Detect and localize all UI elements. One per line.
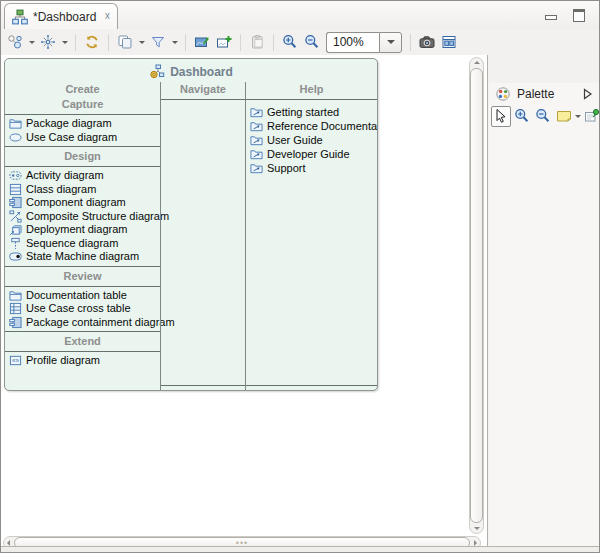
- palette-header[interactable]: Palette: [489, 83, 599, 105]
- diagram-canvas[interactable]: Dashboard Create CapturePackage diagramU…: [1, 55, 488, 547]
- dashboard-panel-title: Dashboard: [5, 59, 377, 82]
- help-folder-icon: [250, 120, 263, 133]
- dashboard-link-profile-diagram[interactable]: «»Profile diagram: [5, 354, 160, 368]
- dashboard-link-package-diagram[interactable]: Package diagram: [5, 117, 160, 131]
- dashboard-link-deployment-diagram[interactable]: Deployment diagram: [5, 223, 160, 237]
- dashboard-link-documentation-table[interactable]: Documentation table: [5, 289, 160, 303]
- camera-button[interactable]: [416, 31, 438, 53]
- zoom-level-value[interactable]: 100%: [326, 32, 379, 53]
- dashboard-link-user-guide[interactable]: User Guide: [246, 134, 377, 148]
- layout-graph-dropdown[interactable]: [59, 31, 70, 53]
- maximize-view-button[interactable]: [573, 9, 585, 22]
- editor-tab-bar: *Dashboard ☓: [1, 1, 599, 29]
- palette-toolbar: [489, 105, 599, 127]
- minimize-view-button[interactable]: [545, 15, 557, 20]
- dashboard-link-package-containment-diagram[interactable]: Package containment diagram: [5, 316, 160, 330]
- profile-diagram-icon: «»: [9, 354, 22, 367]
- zoom-out-icon: [304, 34, 320, 50]
- dashboard-title-text: Dashboard: [170, 65, 233, 79]
- note-tool[interactable]: [554, 106, 574, 127]
- vertical-scrollbar[interactable]: [469, 57, 484, 534]
- state-machine-diagram-icon: [9, 250, 22, 263]
- sync-model-button[interactable]: [81, 31, 103, 53]
- model-tree-icon: [12, 9, 28, 25]
- vertical-scrollbar-thumb[interactable]: [470, 68, 483, 523]
- section-header-capture: Capture: [5, 97, 160, 112]
- dashboard-link-use-case-diagram[interactable]: Use Case diagram: [5, 131, 160, 145]
- divider: [5, 146, 160, 147]
- dashboard-link-class-diagram[interactable]: Class diagram: [5, 183, 160, 197]
- copy-appearance-button[interactable]: [114, 31, 136, 53]
- scroll-down-arrow-icon[interactable]: [474, 527, 480, 530]
- toolbar-separator: [273, 34, 274, 51]
- palette-zoom-in-tool[interactable]: [512, 106, 532, 127]
- application-window: *Dashboard ☓ 100%: [0, 0, 600, 553]
- pinned-note-tool[interactable]: [582, 106, 600, 127]
- dashboard-link-activity-diagram[interactable]: Activity diagram: [5, 169, 160, 183]
- section-header-design: Design: [5, 149, 160, 164]
- paste-button: [246, 31, 268, 53]
- toolbar-separator: [240, 34, 241, 51]
- sequence-diagram-icon: [9, 237, 22, 250]
- copy-appearance-icon: [117, 34, 133, 50]
- divider: [5, 286, 160, 287]
- divider: [5, 266, 160, 267]
- dashboard-link-reference-documentation[interactable]: Reference Documentation: [246, 120, 377, 134]
- sync-model-icon: [84, 34, 100, 50]
- zoom-in-icon: [514, 108, 530, 124]
- copy-appearance-dropdown[interactable]: [136, 31, 147, 53]
- filter-dropdown[interactable]: [169, 31, 180, 53]
- scroll-up-arrow-icon[interactable]: [474, 61, 480, 64]
- help-column-header: Help: [246, 82, 377, 97]
- select-tool[interactable]: [491, 106, 511, 127]
- zoom-out-icon: [535, 108, 551, 124]
- zoom-out-button[interactable]: [301, 31, 323, 53]
- palette-zoom-out-tool[interactable]: [533, 106, 553, 127]
- dashboard-link-component-diagram[interactable]: Component diagram: [5, 196, 160, 210]
- dashboard-panel: Dashboard Create CapturePackage diagramU…: [4, 58, 378, 391]
- help-folder-icon: [250, 162, 263, 175]
- diagram-toolbar: 100%: [1, 29, 488, 55]
- add-image-button[interactable]: [213, 31, 235, 53]
- navigate-column-header: Navigate: [161, 82, 245, 97]
- divider: [5, 166, 160, 167]
- help-folder-icon: [250, 134, 263, 147]
- navigate-column: Navigate: [160, 82, 245, 390]
- zoom-in-button[interactable]: [279, 31, 301, 53]
- toolbar-separator: [410, 34, 411, 51]
- dashboard-link-developer-guide[interactable]: Developer Guide: [246, 148, 377, 162]
- export-image-button[interactable]: [191, 31, 213, 53]
- export-image-icon: [194, 34, 210, 50]
- palette-panel: Palette: [489, 83, 599, 547]
- dashboard-link-use-case-cross-table[interactable]: Use Case cross table: [5, 302, 160, 316]
- pinned-note-icon: [584, 108, 600, 124]
- dashboard-link-composite-structure-diagram[interactable]: Composite Structure diagram: [5, 210, 160, 224]
- paste-icon: [249, 34, 265, 50]
- add-image-icon: [216, 34, 232, 50]
- layout-graph-button[interactable]: [37, 31, 59, 53]
- dashboard-link-support[interactable]: Support: [246, 162, 377, 176]
- window-layout-button[interactable]: [438, 31, 460, 53]
- palette-collapse-arrow-icon[interactable]: [583, 88, 593, 100]
- help-column: Help Getting startedReference Documentat…: [245, 82, 377, 390]
- camera-icon: [419, 34, 435, 50]
- note-tool-dropdown[interactable]: [575, 107, 581, 125]
- window-layout-icon: [441, 34, 457, 50]
- diagram-nodes-dropdown[interactable]: [26, 31, 37, 53]
- filter-button[interactable]: [147, 31, 169, 53]
- toolbar-separator: [75, 34, 76, 51]
- editor-tab-dashboard[interactable]: *Dashboard ☓: [4, 3, 118, 29]
- zoom-level-dropdown[interactable]: [379, 32, 402, 53]
- diagram-nodes-button[interactable]: [4, 31, 26, 53]
- dashboard-link-getting-started[interactable]: Getting started: [246, 106, 377, 120]
- window-bottom-edge: [1, 546, 599, 552]
- documentation-table-icon: [9, 289, 22, 302]
- crosstable-icon: [9, 302, 22, 315]
- palette-title: Palette: [517, 87, 554, 101]
- dashboard-link-sequence-diagram[interactable]: Sequence diagram: [5, 237, 160, 251]
- class-diagram-icon: [9, 183, 22, 196]
- create-column-header: Create: [5, 82, 160, 97]
- dashboard-link-state-machine-diagram[interactable]: State Machine diagram: [5, 250, 160, 264]
- section-header-extend: Extend: [5, 334, 160, 349]
- close-icon[interactable]: ☓: [104, 10, 110, 23]
